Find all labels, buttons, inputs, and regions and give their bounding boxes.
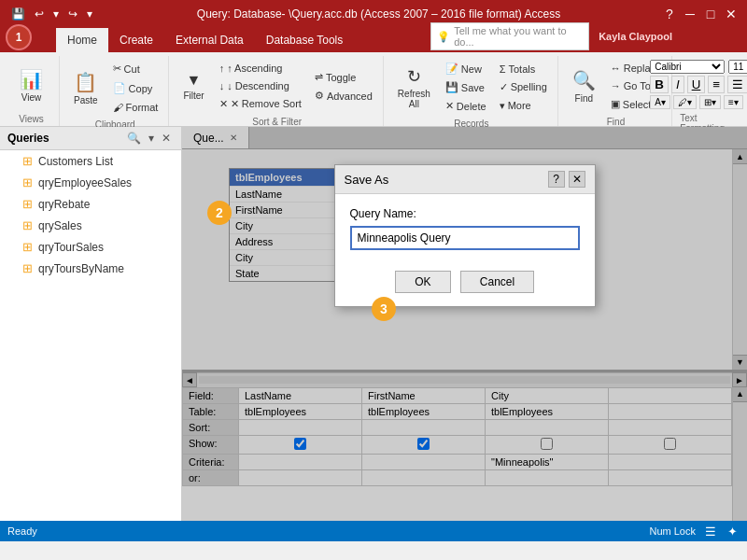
modal-title-bar: Save As ? ✕ (335, 165, 595, 194)
grid-lines-btn[interactable]: ⊞▾ (699, 95, 721, 109)
text-format-sub: Calibri 11 B I U ≡ ☰ ≡ A▾ 🖊▾ ⊞▾ ≡▾ (650, 60, 747, 109)
records-content: ↻ RefreshAll 📝New 💾Save ✕Delete ΣTotals … (391, 56, 552, 119)
user-name: Kayla Claypool (599, 31, 672, 42)
redo-btn[interactable]: ↪ (64, 6, 81, 22)
sidebar-item-customers-list[interactable]: ⊞ Customers List (0, 150, 181, 172)
new-record-btn[interactable]: 📝New (441, 60, 491, 77)
delete-record-btn[interactable]: ✕Delete (441, 97, 491, 115)
advanced-btn[interactable]: ⚙ Advanced (310, 87, 377, 105)
tell-me-bar[interactable]: 💡 Tell me what you want to do... (430, 22, 589, 50)
italic-btn[interactable]: I (671, 76, 684, 93)
undo-dropdown-btn[interactable]: ▾ (49, 6, 63, 22)
sidebar-menu-btn[interactable]: ▾ (146, 131, 157, 146)
sidebar-item-label-2: qryRebate (38, 198, 90, 211)
sidebar-item-sales[interactable]: ⊞ qrySales (0, 215, 181, 236)
sort-filter-content: ▼ Filter ↑ ↑ Ascending ↓ ↓ Descending ✕ … (176, 56, 376, 117)
spelling-btn[interactable]: ✓Spelling (495, 78, 552, 96)
sidebar-item-tour-sales[interactable]: ⊞ qryTourSales (0, 236, 181, 258)
paste-icon: 📋 (74, 71, 97, 93)
lightbulb-icon: 💡 (437, 31, 450, 43)
sidebar-item-tours-by-name[interactable]: ⊞ qryToursByName (0, 258, 181, 279)
paste-btn[interactable]: 📋 Paste (67, 68, 105, 108)
refresh-all-btn[interactable]: ↻ RefreshAll (391, 63, 437, 112)
filter-btn[interactable]: ▼ Filter (176, 69, 210, 104)
sort-descending-btn[interactable]: ↓ ↓ Descending (215, 77, 306, 94)
remove-sort-btn[interactable]: ✕ ✕ Remove Sort (215, 95, 306, 113)
tab-external-data[interactable]: External Data (164, 28, 255, 52)
delete-icon: ✕ (445, 100, 454, 112)
sidebar-item-employee-sales[interactable]: ⊞ qryEmployeeSales (0, 172, 181, 193)
ok-btn[interactable]: OK (395, 271, 451, 293)
office-button[interactable]: 1 (6, 24, 32, 50)
text-format-content: Calibri 11 B I U ≡ ☰ ≡ A▾ 🖊▾ ⊞▾ ≡▾ (650, 56, 747, 113)
font-family-select[interactable]: Calibri (650, 60, 725, 74)
more-records-btn[interactable]: ▾More (495, 97, 552, 115)
new-icon: 📝 (445, 63, 458, 75)
ribbon-group-views: 📊 View Views (4, 56, 60, 126)
maximize-btn[interactable]: □ (702, 6, 719, 22)
sidebar-close-btn[interactable]: ✕ (159, 131, 174, 146)
sidebar-item-rebate[interactable]: ⊞ qryRebate (0, 193, 181, 215)
toggle-filter-btn[interactable]: ⇌ Toggle (310, 68, 377, 86)
totals-btn[interactable]: ΣTotals (495, 61, 552, 77)
sort-asc-label: ↑ Ascending (227, 63, 282, 74)
replace-icon: ↔ (611, 63, 621, 74)
view-datasheet-btn[interactable]: ☰ (703, 525, 718, 539)
modal-help-btn[interactable]: ? (548, 171, 565, 188)
cancel-btn[interactable]: Cancel (460, 271, 534, 293)
highlight-btn[interactable]: 🖊▾ (673, 95, 697, 109)
window-title: Query: Database- \Query.acc.db (Access 2… (96, 7, 661, 21)
title-bar-controls: ? ─ □ ✕ (661, 6, 740, 22)
office-icon: 1 (16, 31, 22, 44)
align-left-btn[interactable]: ≡ (708, 76, 725, 93)
copy-btn[interactable]: 📄Copy (108, 79, 163, 97)
format-painter-btn[interactable]: 🖌Format (108, 99, 163, 116)
tab-database-tools[interactable]: Database Tools (255, 28, 355, 52)
records-sub: 📝New 💾Save ✕Delete (441, 60, 491, 115)
cut-icon: ✂ (113, 63, 121, 75)
sidebar: Queries 🔍 ▾ ✕ ⊞ Customers List ⊞ qryEmpl… (0, 127, 182, 521)
modal-title-controls: ? ✕ (548, 171, 585, 188)
cut-btn[interactable]: ✂Cut (108, 60, 163, 77)
modal-overlay: Save As ? ✕ Query Name: OK Cancel (182, 127, 747, 521)
underline-btn[interactable]: U (687, 76, 706, 93)
bold-btn[interactable]: B (650, 76, 669, 93)
status-ready: Ready (7, 525, 37, 537)
refresh-label: RefreshAll (398, 89, 430, 109)
sidebar-item-label-3: qrySales (38, 219, 82, 232)
advanced-icon: ⚙ (315, 90, 324, 102)
tab-home[interactable]: Home (56, 28, 108, 52)
save-quick-btn[interactable]: 💾 (7, 6, 29, 22)
minimize-btn[interactable]: ─ (682, 6, 698, 22)
query-icon-3: ⊞ (22, 218, 33, 232)
font-size-select[interactable]: 11 (728, 60, 747, 74)
query-name-input[interactable] (350, 226, 580, 250)
find-btn[interactable]: 🔍 Find (566, 66, 602, 106)
save-record-btn[interactable]: 💾Save (441, 78, 491, 96)
font-color-btn[interactable]: A▾ (650, 95, 670, 109)
tab-create[interactable]: Create (108, 28, 164, 52)
remove-sort-label: ✕ Remove Sort (231, 98, 302, 110)
find-label: Find (575, 93, 593, 104)
help-title-btn[interactable]: ? (661, 6, 678, 22)
sidebar-search-btn[interactable]: 🔍 (124, 131, 144, 146)
query-icon-1: ⊞ (22, 175, 33, 189)
close-window-btn[interactable]: ✕ (723, 6, 740, 22)
align-center-btn[interactable]: ☰ (727, 76, 747, 93)
sidebar-item-label-5: qryToursByName (38, 262, 124, 275)
sort-asc-icon: ↑ (219, 63, 225, 74)
alt-row-btn[interactable]: ≡▾ (724, 95, 743, 109)
view-design-btn[interactable]: ✦ (726, 525, 740, 539)
sidebar-item-label-1: qryEmployeeSales (38, 176, 132, 189)
view-icon: 📊 (20, 68, 43, 91)
undo-btn[interactable]: ↩ (31, 6, 48, 22)
view-btn[interactable]: 📊 View (13, 65, 49, 105)
main-area: Queries 🔍 ▾ ✕ ⊞ Customers List ⊞ qryEmpl… (0, 127, 747, 521)
modal-close-btn[interactable]: ✕ (569, 171, 585, 188)
more-quick-btn[interactable]: ▾ (83, 6, 96, 22)
num-lock-label: Num Lock (649, 525, 696, 537)
sort-ascending-btn[interactable]: ↑ ↑ Ascending (215, 60, 306, 77)
views-label: Views (19, 114, 44, 126)
format-painter-icon: 🖌 (113, 102, 123, 113)
sidebar-title: Queries (7, 132, 49, 145)
